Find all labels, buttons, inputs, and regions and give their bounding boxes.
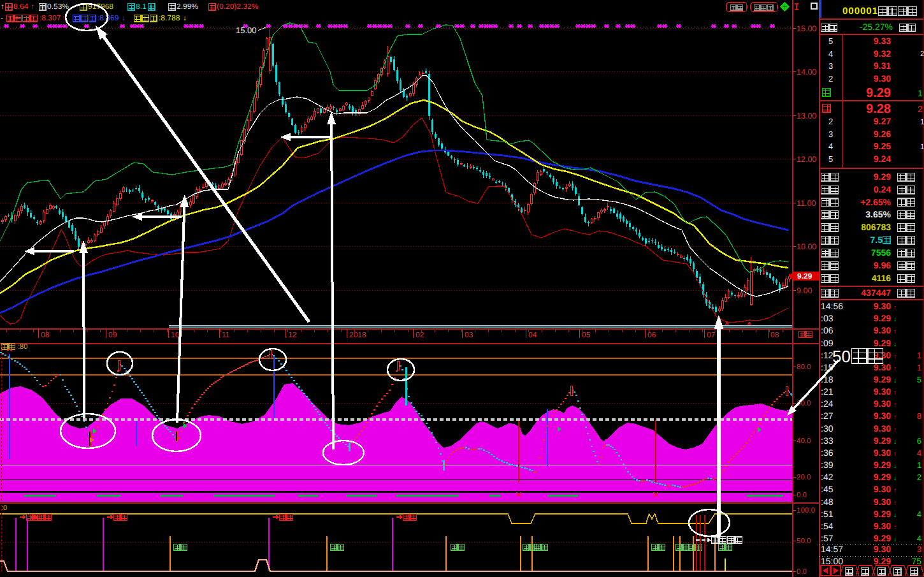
svg-text::42: :42	[821, 472, 834, 482]
svg-text:09: 09	[108, 330, 117, 339]
svg-text:80.0: 80.0	[797, 363, 811, 371]
svg-text::09: :09	[821, 338, 834, 348]
svg-text:3: 3	[828, 129, 833, 139]
svg-text:9.29: 9.29	[874, 435, 891, 446]
svg-text:20.0: 20.0	[797, 474, 811, 481]
svg-text:4: 4	[917, 448, 921, 458]
svg-text:000001: 000001	[842, 6, 878, 17]
svg-text:9.29: 9.29	[797, 272, 812, 281]
svg-text:4: 4	[917, 509, 921, 519]
svg-text:↑: ↑	[893, 427, 897, 434]
svg-text:9.29: 9.29	[874, 338, 891, 348]
svg-text:9.29: 9.29	[874, 313, 891, 323]
svg-text:9.29: 9.29	[874, 172, 891, 182]
svg-text:0.53%: 0.53%	[47, 2, 69, 11]
svg-text:9.29: 9.29	[874, 460, 891, 470]
svg-text:05: 05	[582, 330, 591, 339]
svg-text:806783: 806783	[861, 222, 891, 232]
svg-text:↑: ↑	[31, 2, 34, 11]
svg-text::24: :24	[821, 398, 834, 409]
svg-text:9.96: 9.96	[874, 260, 891, 270]
svg-text:4116: 4116	[872, 273, 892, 283]
svg-text:1: 1	[918, 88, 923, 98]
svg-text:14:56: 14:56	[821, 301, 843, 311]
svg-text:15.00: 15.00	[236, 26, 257, 35]
svg-text:-25.27%: -25.27%	[860, 22, 893, 32]
svg-text::54: :54	[821, 521, 834, 531]
svg-text:13.00: 13.00	[797, 112, 816, 121]
svg-text:3.65%: 3.65%	[865, 209, 891, 219]
svg-text:3: 3	[917, 544, 921, 554]
svg-text:9.29: 9.29	[874, 472, 891, 482]
svg-text:↑: ↑	[893, 402, 897, 409]
svg-text:07: 07	[707, 330, 716, 339]
svg-text:08: 08	[41, 330, 50, 339]
svg-text::33: :33	[821, 435, 834, 446]
svg-text:10: 10	[171, 330, 180, 339]
svg-text:04: 04	[528, 330, 537, 339]
svg-text:↓: ↓	[893, 463, 897, 470]
svg-text:↑: ↑	[893, 390, 897, 397]
svg-text:9.32: 9.32	[874, 48, 891, 59]
svg-text:9.30: 9.30	[874, 398, 891, 409]
svg-text:15:00: 15:00	[821, 556, 843, 566]
svg-text:8.1: 8.1	[136, 2, 147, 11]
svg-text:↓: ↓	[893, 316, 897, 323]
svg-text:9.30: 9.30	[874, 386, 891, 397]
svg-text:0.0: 0.0	[797, 492, 807, 499]
svg-text:5: 5	[828, 154, 833, 164]
svg-text:50.0: 50.0	[797, 537, 811, 545]
svg-text:9.30: 9.30	[874, 521, 891, 531]
svg-text:↓: ↓	[893, 475, 897, 482]
svg-text:9.29: 9.29	[874, 556, 891, 566]
svg-text:9.31: 9.31	[874, 61, 891, 71]
svg-text:14:57: 14:57	[821, 544, 843, 554]
svg-text:9.29: 9.29	[874, 509, 891, 519]
svg-text:5: 5	[828, 36, 833, 46]
svg-text:2: 2	[918, 104, 923, 114]
svg-text:9.30: 9.30	[874, 73, 891, 84]
svg-text:2: 2	[917, 472, 921, 482]
svg-text:↑: ↑	[893, 451, 897, 458]
svg-text::06: :06	[821, 325, 834, 335]
svg-text:4: 4	[828, 49, 833, 59]
svg-text:6: 6	[917, 436, 921, 446]
svg-text:3: 3	[828, 61, 833, 71]
svg-text:↑: ↑	[893, 328, 897, 335]
svg-text:↓: ↓	[122, 13, 126, 22]
svg-text::48: :48	[821, 497, 834, 507]
svg-text:9.30: 9.30	[874, 484, 891, 494]
svg-text:12: 12	[288, 330, 297, 339]
svg-text:9.30: 9.30	[874, 423, 891, 434]
svg-text:9.29: 9.29	[874, 533, 891, 543]
svg-text:9.30: 9.30	[874, 497, 891, 507]
svg-text:9.00: 9.00	[797, 286, 812, 295]
svg-text:9.30: 9.30	[874, 411, 891, 421]
svg-text::21: :21	[821, 386, 834, 397]
svg-text:9.28: 9.28	[866, 102, 891, 116]
svg-text:+2.65%: +2.65%	[860, 197, 891, 207]
svg-text:40.0: 40.0	[797, 437, 811, 445]
svg-text:11: 11	[222, 330, 230, 339]
svg-text:75: 75	[911, 556, 921, 566]
svg-text:1: 1	[917, 351, 921, 360]
svg-text:15.00: 15.00	[797, 24, 816, 33]
svg-text:2.99%: 2.99%	[177, 2, 198, 11]
svg-text:1: 1	[920, 142, 924, 151]
svg-text::36: :36	[821, 448, 834, 458]
svg-text::51: :51	[821, 509, 834, 519]
svg-text:-: -	[1, 13, 3, 22]
svg-text:2: 2	[828, 74, 833, 84]
svg-text:100.0: 100.0	[797, 507, 815, 515]
svg-text:0.24: 0.24	[874, 184, 891, 194]
svg-text:4: 4	[828, 142, 833, 151]
svg-text:↓: ↓	[893, 341, 897, 348]
svg-text::27: :27	[821, 411, 834, 421]
svg-text:↓: ↓	[183, 13, 187, 22]
svg-text::39: :39	[821, 460, 834, 470]
svg-text:2018: 2018	[349, 330, 366, 339]
svg-text::57: :57	[821, 533, 834, 543]
svg-text:9.30: 9.30	[874, 544, 891, 554]
svg-text::12: :12	[821, 350, 834, 360]
svg-text:2: 2	[920, 49, 924, 58]
